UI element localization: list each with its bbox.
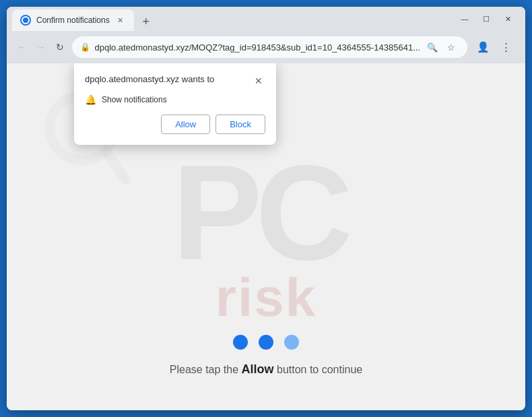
page-message: Please tap the Allow button to continue <box>170 362 362 377</box>
block-button[interactable]: Block <box>215 115 265 134</box>
profile-button[interactable]: 👤 <box>473 36 494 58</box>
popup-notification-row: 🔔 Show notifications <box>85 94 265 105</box>
loading-dots <box>233 335 299 350</box>
popup-buttons: Allow Block <box>85 115 265 134</box>
allow-button[interactable]: Allow <box>161 115 210 134</box>
tab-title: Confirm notifications <box>36 15 110 25</box>
loading-dot-3 <box>284 335 299 350</box>
address-text: dpqlo.atedmonastyd.xyz/MOQZ?tag_id=91845… <box>94 42 420 53</box>
address-icons: 🔍 ☆ <box>424 39 459 55</box>
bell-icon: 🔔 <box>85 94 96 105</box>
window-controls: — ☐ ✕ <box>455 9 520 28</box>
pc-watermark-text: PC <box>172 146 346 280</box>
message-suffix: button to continue <box>274 364 363 375</box>
bookmark-icon[interactable]: ☆ <box>443 39 459 55</box>
svg-line-1 <box>106 152 125 179</box>
notification-popup: dpqlo.atedmonastyd.xyz wants to ✕ 🔔 Show… <box>74 63 276 145</box>
browser-window: Confirm notifications ✕ + — ☐ ✕ ← → ↻ 🔒 … <box>7 7 525 410</box>
title-bar: Confirm notifications ✕ + — ☐ ✕ <box>7 7 525 31</box>
tab-close-button[interactable]: ✕ <box>115 15 126 26</box>
lock-icon: 🔒 <box>80 42 90 52</box>
tab-strip: Confirm notifications ✕ + <box>12 7 455 31</box>
search-icon[interactable]: 🔍 <box>424 39 440 55</box>
page-content: PC risk Please tap the Allow button to c… <box>7 63 525 410</box>
notification-label: Show notifications <box>102 95 167 104</box>
maximize-button[interactable]: ☐ <box>477 9 496 28</box>
tab-favicon-icon <box>20 15 31 26</box>
risk-watermark-text: risk <box>215 267 317 329</box>
minimize-button[interactable]: — <box>455 9 474 28</box>
menu-button[interactable]: ⋮ <box>496 36 517 58</box>
popup-close-button[interactable]: ✕ <box>252 74 265 88</box>
back-button[interactable]: ← <box>15 38 28 57</box>
address-input-wrapper[interactable]: 🔒 dpqlo.atedmonastyd.xyz/MOQZ?tag_id=918… <box>72 36 467 58</box>
message-prefix: Please tap the <box>170 364 242 375</box>
popup-title: dpqlo.atedmonastyd.xyz wants to <box>85 74 214 84</box>
address-bar: ← → ↻ 🔒 dpqlo.atedmonastyd.xyz/MOQZ?tag_… <box>7 31 525 63</box>
forward-button[interactable]: → <box>34 38 47 57</box>
popup-header: dpqlo.atedmonastyd.xyz wants to ✕ <box>85 74 265 88</box>
active-tab[interactable]: Confirm notifications ✕ <box>12 9 134 31</box>
toolbar-icons: 👤 ⋮ <box>473 36 517 58</box>
message-bold: Allow <box>242 362 274 376</box>
refresh-button[interactable]: ↻ <box>53 38 67 57</box>
close-button[interactable]: ✕ <box>498 9 517 28</box>
loading-dot-1 <box>233 335 248 350</box>
loading-dot-2 <box>259 335 273 350</box>
new-tab-button[interactable]: + <box>137 12 156 31</box>
